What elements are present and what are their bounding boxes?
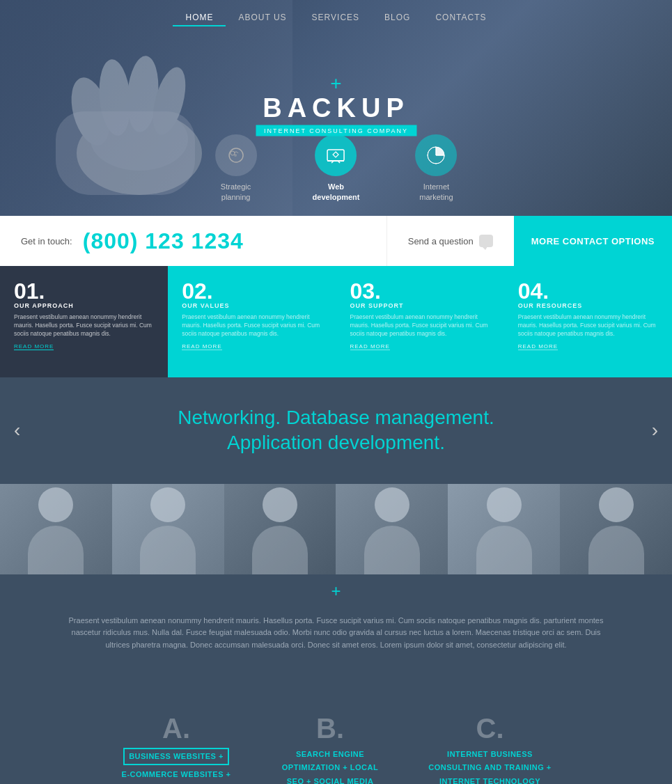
diamond-icon bbox=[315, 134, 357, 176]
team-plus: + bbox=[0, 574, 672, 608]
send-question-label: Send a question bbox=[408, 235, 493, 247]
hero-service-internet: Internetmarketing bbox=[415, 134, 457, 202]
nav-blog[interactable]: BLOG bbox=[372, 8, 423, 26]
section-number-1: 01. bbox=[14, 280, 154, 302]
section-title-1: OUR APPROACH bbox=[14, 302, 154, 309]
team-photo-3 bbox=[224, 484, 336, 574]
contact-phone: (800) 123 1234 bbox=[83, 228, 244, 254]
sections-row: 01. OUR APPROACH Praesent vestibulum aen… bbox=[0, 266, 672, 377]
service-rest-a: E-COMMERCE WEBSITES + MAGENTO DEVELOPERS… bbox=[120, 770, 232, 784]
networking-text: Networking. Database management.Applicat… bbox=[56, 405, 616, 456]
team-photo-6 bbox=[560, 484, 672, 574]
contact-bar: Get in touch: (800) 123 1234 Send a ques… bbox=[0, 216, 672, 266]
section-desc-2: Praesent vestibulum aenean nonummy hendr… bbox=[182, 313, 322, 338]
service-internet-label: Internetmarketing bbox=[415, 182, 457, 202]
logo: + BACKUP INTERNET CONSULTING COMPANY bbox=[256, 74, 416, 136]
section-readmore-2[interactable]: READ MORE bbox=[182, 343, 221, 350]
chat-bubble-icon bbox=[479, 235, 493, 247]
logo-plus: + bbox=[256, 74, 416, 93]
nav-services[interactable]: SERVICES bbox=[299, 8, 372, 26]
section-approach: 01. OUR APPROACH Praesent vestibulum aen… bbox=[0, 266, 168, 377]
contact-label: Get in touch: bbox=[21, 236, 72, 246]
service-items-c: INTERNET BUSINESS CONSULTING AND TRAININ… bbox=[428, 748, 552, 784]
section-number-4: 04. bbox=[518, 280, 658, 302]
nav-home[interactable]: HOME bbox=[173, 8, 226, 26]
team-section: + Praesent vestibulum aenean nonummy hen… bbox=[0, 484, 672, 687]
team-photo-2 bbox=[112, 484, 224, 574]
service-col-c: C. INTERNET BUSINESS CONSULTING AND TRAI… bbox=[428, 714, 552, 784]
svg-point-4 bbox=[124, 54, 161, 133]
section-support: 03. OUR SUPPORT Praesent vestibulum aene… bbox=[336, 266, 504, 377]
service-items-b: SEARCH ENGINE OPTIMIZATION + LOCAL SEO +… bbox=[274, 748, 386, 784]
section-desc-1: Praesent vestibulum aenean nonummy hendr… bbox=[14, 313, 154, 338]
services-section: A. BUSINESS WEBSITES + E-COMMERCE WEBSIT… bbox=[0, 687, 672, 784]
hero-service-web: Webdevelopment bbox=[313, 134, 360, 202]
team-photo-1 bbox=[0, 484, 112, 574]
team-photos bbox=[0, 484, 672, 574]
prev-button[interactable]: ‹ bbox=[14, 419, 20, 441]
service-items-a: BUSINESS WEBSITES + E-COMMERCE WEBSITES … bbox=[120, 748, 232, 784]
next-button[interactable]: › bbox=[652, 419, 658, 441]
service-items-c-text: INTERNET BUSINESS CONSULTING AND TRAININ… bbox=[428, 750, 552, 784]
service-web-label: Webdevelopment bbox=[313, 182, 360, 202]
section-readmore-1[interactable]: READ MORE bbox=[14, 343, 54, 350]
section-desc-3: Praesent vestibulum aenean nonummy hendr… bbox=[350, 313, 490, 338]
section-readmore-3[interactable]: READ MORE bbox=[350, 343, 390, 350]
section-title-3: OUR SUPPORT bbox=[350, 302, 490, 309]
hero-section: HOME ABOUT US SERVICES BLOG CONTACTS + B… bbox=[0, 0, 672, 216]
svg-point-0 bbox=[77, 111, 202, 195]
service-planning-label: Strategicplanning bbox=[215, 182, 257, 202]
more-contact-button[interactable]: More contact options bbox=[514, 216, 672, 266]
service-col-b: B. SEARCH ENGINE OPTIMIZATION + LOCAL SE… bbox=[274, 714, 386, 784]
brain-icon bbox=[215, 134, 257, 176]
service-col-a: A. BUSINESS WEBSITES + E-COMMERCE WEBSIT… bbox=[120, 714, 232, 784]
section-title-4: OUR RESOURCES bbox=[518, 302, 658, 309]
section-desc-4: Praesent vestibulum aenean nonummy hendr… bbox=[518, 313, 658, 338]
team-description: Praesent vestibulum aenean nonummy hendr… bbox=[0, 608, 672, 666]
service-letter-c: C. bbox=[428, 714, 552, 742]
svg-point-8 bbox=[234, 154, 237, 157]
section-title-2: OUR VALUES bbox=[182, 302, 322, 309]
section-resources: 04. OUR RESOURCES Praesent vestibulum ae… bbox=[504, 266, 672, 377]
pie-icon bbox=[415, 134, 457, 176]
section-number-2: 02. bbox=[182, 280, 322, 302]
contact-left: Get in touch: (800) 123 1234 bbox=[0, 216, 386, 266]
service-letter-b: B. bbox=[274, 714, 386, 742]
service-letter-a: A. bbox=[120, 714, 232, 742]
nav-contacts[interactable]: CONTACTS bbox=[423, 8, 499, 26]
service-items-b-text: SEARCH ENGINE OPTIMIZATION + LOCAL SEO +… bbox=[274, 750, 386, 784]
logo-text: BACKUP bbox=[256, 93, 416, 123]
section-number-3: 03. bbox=[350, 280, 490, 302]
section-readmore-4[interactable]: READ MORE bbox=[518, 343, 558, 350]
section-values: 02. OUR VALUES Praesent vestibulum aenea… bbox=[168, 266, 336, 377]
networking-section: ‹ Networking. Database management.Applic… bbox=[0, 377, 672, 484]
svg-point-1 bbox=[91, 108, 188, 171]
navigation: HOME ABOUT US SERVICES BLOG CONTACTS bbox=[0, 0, 672, 35]
hero-service-planning: Strategicplanning bbox=[215, 134, 257, 202]
hero-services: Strategicplanning Webdevelopment bbox=[215, 134, 458, 202]
team-photo-4 bbox=[336, 484, 448, 574]
nav-about[interactable]: ABOUT US bbox=[226, 8, 299, 26]
team-photo-5 bbox=[448, 484, 560, 574]
service-highlighted-a: BUSINESS WEBSITES + bbox=[123, 748, 229, 766]
svg-marker-10 bbox=[333, 152, 338, 157]
contact-question-area[interactable]: Send a question bbox=[386, 216, 514, 266]
